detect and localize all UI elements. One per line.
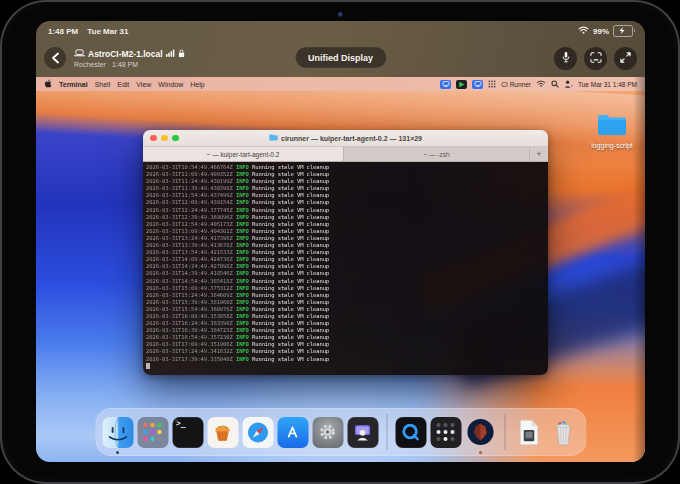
dock-launchpad-icon[interactable]	[137, 417, 168, 448]
unified-display-button[interactable]: Unified Display	[295, 47, 386, 68]
dock-safari-icon[interactable]	[242, 417, 273, 448]
running-indicator	[116, 451, 119, 454]
dock-finder-icon[interactable]	[102, 417, 133, 448]
folder-label: logging-script	[580, 142, 644, 149]
dock-separator	[386, 414, 387, 450]
terminal-log-line: 2026-03-31T12:24:49.377745Z INFO Running…	[146, 207, 548, 214]
terminal-tab-bar: ~ — kuiper-tart-agent-0.2 ~ — -zsh +	[143, 147, 548, 162]
terminal-log-line: 2026-03-31T15:24:49.384609Z INFO Running…	[146, 292, 548, 299]
display-icon[interactable]	[472, 80, 483, 89]
menu-bar-status-area: CI Runner Tue Mar 31 1:48 PM	[440, 80, 637, 89]
remote-toolbar: AstroCI-M2-1.local Rochester 1:48 PM Uni…	[44, 43, 637, 73]
back-button[interactable]	[44, 47, 66, 69]
menu-edit[interactable]: Edit	[117, 81, 129, 88]
dots-grid-icon[interactable]	[488, 80, 496, 89]
dock-wolf-agent-icon[interactable]	[465, 417, 496, 448]
dock-trash-icon[interactable]	[548, 417, 579, 448]
terminal-log-line: 2026-03-31T17:09:49.351906Z INFO Running…	[146, 341, 548, 348]
screen-frame-icon	[590, 51, 602, 66]
remote-app-chrome: 1:48 PM Tue Mar 31 99%	[36, 21, 645, 77]
terminal-log-line: 2026-03-31T13:24:49.417398Z INFO Running…	[146, 235, 548, 242]
dock-terminal-icon[interactable]: >_	[172, 417, 203, 448]
new-tab-button[interactable]: +	[529, 147, 548, 161]
status-time: 1:48 PM	[48, 27, 78, 36]
minimize-window-button[interactable]	[161, 135, 168, 142]
terminal-log-line: 2026-03-31T11:24:49.430199Z INFO Running…	[146, 178, 548, 185]
microphone-button[interactable]	[554, 47, 577, 70]
terminal-title-bar[interactable]: cirunner — kuiper-tart-agent-0.2 — 131×2…	[143, 130, 548, 147]
ipad-device: 1:48 PM Tue Mar 31 99%	[0, 0, 680, 484]
dock-screen-sharing-icon[interactable]	[347, 417, 378, 448]
terminal-log-line: 2026-03-31T17:24:49.341632Z INFO Running…	[146, 348, 548, 355]
menu-window[interactable]: Window	[158, 81, 183, 88]
terminal-log-line: 2026-03-31T12:09:49.439154Z INFO Running…	[146, 199, 548, 206]
battery-charging-icon	[613, 25, 633, 37]
tab-kuiper-tart-agent[interactable]: ~ — kuiper-tart-agent-0.2	[143, 147, 343, 161]
terminal-log-line: 2026-03-31T16:24:49.383390Z INFO Running…	[146, 320, 548, 327]
close-window-button[interactable]	[150, 135, 157, 142]
expand-icon	[620, 51, 631, 66]
microphone-icon	[561, 51, 571, 66]
terminal-log-line: 2026-03-31T15:09:49.375312Z INFO Running…	[146, 285, 548, 292]
proxy-folder-icon	[269, 134, 278, 142]
tab-zsh[interactable]: ~ — -zsh	[343, 147, 529, 161]
host-name: AstroCI-M2-1.local	[88, 49, 163, 59]
dock-quicktime-icon[interactable]	[395, 417, 426, 448]
status-date: Tue Mar 31	[87, 27, 128, 36]
desktop-folder-logging-script[interactable]: logging-script	[580, 113, 644, 149]
terminal-log-line: 2026-03-31T10:54:49.466764Z INFO Running…	[146, 164, 548, 171]
apple-menu-icon[interactable]	[44, 79, 52, 89]
dock-system-settings-icon[interactable]	[312, 417, 343, 448]
running-indicator	[175, 419, 178, 422]
terminal-log-line: 2026-03-31T14:39:49.418546Z INFO Running…	[146, 270, 548, 277]
signal-bars-icon	[166, 49, 175, 59]
terminal-log-line: 2026-03-31T14:54:49.385418Z INFO Running…	[146, 278, 548, 285]
terminal-log-line: 2026-03-31T13:54:49.421533Z INFO Running…	[146, 249, 548, 256]
terminal-output[interactable]: 2026-03-31T10:54:49.466764Z INFO Running…	[143, 162, 548, 375]
terminal-log-line: 2026-03-31T13:09:49.404301Z INFO Running…	[146, 228, 548, 235]
user-switch-icon[interactable]	[564, 80, 573, 89]
terminal-log-line: 2026-03-31T11:09:49.409352Z INFO Running…	[146, 171, 548, 178]
terminal-log-line: 2026-03-31T16:09:49.353858Z INFO Running…	[146, 313, 548, 320]
ipad-status-bar: 1:48 PM Tue Mar 31 99%	[48, 25, 633, 37]
zoom-window-button[interactable]	[172, 135, 179, 142]
screen: 1:48 PM Tue Mar 31 99%	[36, 21, 645, 462]
terminal-log-line: 2026-03-31T13:39:49.413678Z INFO Running…	[146, 242, 548, 249]
menu-help[interactable]: Help	[190, 81, 204, 88]
display-mirror-icon[interactable]	[440, 80, 451, 89]
dock-app-store-icon[interactable]	[277, 417, 308, 448]
ci-runner-status-item[interactable]: CI Runner	[501, 81, 531, 88]
dock-tailscale-icon[interactable]	[430, 417, 461, 448]
lock-icon	[178, 49, 185, 60]
terminal-log-line: 2026-03-31T14:24:49.427098Z INFO Running…	[146, 263, 548, 270]
host-info[interactable]: AstroCI-M2-1.local Rochester 1:48 PM	[74, 49, 185, 68]
screen-record-icon[interactable]	[456, 80, 467, 89]
host-location: Rochester	[74, 61, 106, 68]
menu-bar-clock[interactable]: Tue Mar 31 1:48 PM	[578, 81, 637, 88]
dock: >_	[95, 408, 586, 456]
expand-button[interactable]	[614, 47, 637, 70]
terminal-cursor	[146, 363, 150, 369]
terminal-log-line: 2026-03-31T11:54:49.437499Z INFO Running…	[146, 192, 548, 199]
menu-shell[interactable]: Shell	[95, 81, 111, 88]
wifi-menu-icon[interactable]	[536, 80, 546, 88]
macos-menu-bar: TerminalShellEditViewWindowHelp CI Runne…	[36, 77, 645, 91]
running-indicator	[479, 451, 482, 454]
terminal-window[interactable]: cirunner — kuiper-tart-agent-0.2 — 131×2…	[143, 130, 548, 375]
macos-desktop: TerminalShellEditViewWindowHelp CI Runne…	[36, 77, 645, 462]
screen-frame-button[interactable]	[584, 47, 607, 70]
terminal-log-line: 2026-03-31T15:39:49.381060Z INFO Running…	[146, 299, 548, 306]
battery-percent: 99%	[593, 27, 609, 36]
dock-document-icon[interactable]	[513, 417, 544, 448]
terminal-log-line: 2026-03-31T16:39:49.384723Z INFO Running…	[146, 327, 548, 334]
dock-tart-icon[interactable]	[207, 417, 238, 448]
terminal-log-line: 2026-03-31T15:54:49.360976Z INFO Running…	[146, 306, 548, 313]
terminal-log-line: 2026-03-31T16:54:49.357230Z INFO Running…	[146, 334, 548, 341]
front-camera	[338, 12, 343, 17]
terminal-log-line: 2026-03-31T12:39:49.369096Z INFO Running…	[146, 214, 548, 221]
menu-view[interactable]: View	[136, 81, 151, 88]
search-icon[interactable]	[551, 80, 559, 89]
dock-separator	[504, 414, 505, 450]
folder-icon	[597, 122, 627, 139]
menu-terminal[interactable]: Terminal	[59, 81, 88, 88]
